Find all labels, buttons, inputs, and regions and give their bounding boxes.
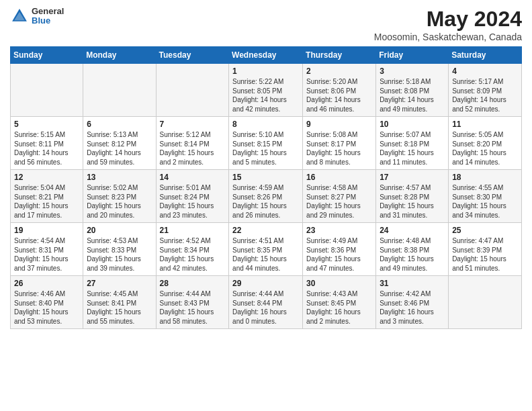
day-number: 21 bbox=[160, 226, 226, 235]
day-number: 4 bbox=[452, 66, 518, 76]
day-number: 25 bbox=[452, 226, 518, 235]
calendar-cell bbox=[156, 64, 229, 117]
logo-blue-text: Blue bbox=[32, 16, 64, 26]
day-number: 18 bbox=[452, 173, 518, 182]
calendar-cell: 13Sunrise: 5:02 AM Sunset: 8:23 PM Dayli… bbox=[83, 170, 156, 223]
calendar-table: Sunday Monday Tuesday Wednesday Thursday… bbox=[10, 46, 522, 329]
day-number: 31 bbox=[380, 279, 445, 288]
logo-icon bbox=[10, 7, 29, 26]
calendar-cell: 20Sunrise: 4:53 AM Sunset: 8:33 PM Dayli… bbox=[83, 223, 156, 276]
day-number: 2 bbox=[306, 66, 372, 76]
day-info: Sunrise: 4:53 AM Sunset: 8:33 PM Dayligh… bbox=[87, 236, 152, 273]
col-wednesday: Wednesday bbox=[229, 47, 303, 64]
day-number: 22 bbox=[232, 226, 299, 235]
day-number: 17 bbox=[380, 173, 445, 182]
subtitle: Moosomin, Saskatchewan, Canada bbox=[374, 32, 522, 42]
calendar-cell: 22Sunrise: 4:51 AM Sunset: 8:35 PM Dayli… bbox=[229, 223, 303, 276]
day-info: Sunrise: 4:52 AM Sunset: 8:34 PM Dayligh… bbox=[160, 236, 226, 273]
calendar-cell: 28Sunrise: 4:44 AM Sunset: 8:43 PM Dayli… bbox=[156, 276, 229, 329]
day-number: 15 bbox=[232, 173, 299, 182]
day-number: 7 bbox=[160, 120, 226, 129]
calendar-cell: 8Sunrise: 5:10 AM Sunset: 8:15 PM Daylig… bbox=[229, 117, 303, 170]
calendar-cell: 30Sunrise: 4:43 AM Sunset: 8:45 PM Dayli… bbox=[303, 276, 376, 329]
calendar-week-row-0: 1Sunrise: 5:22 AM Sunset: 8:05 PM Daylig… bbox=[11, 64, 522, 117]
day-info: Sunrise: 4:44 AM Sunset: 8:43 PM Dayligh… bbox=[160, 289, 226, 326]
day-info: Sunrise: 5:22 AM Sunset: 8:05 PM Dayligh… bbox=[232, 77, 299, 113]
calendar-cell: 6Sunrise: 5:13 AM Sunset: 8:12 PM Daylig… bbox=[83, 117, 156, 170]
col-monday: Monday bbox=[83, 47, 156, 64]
page: General Blue May 2024 Moosomin, Saskatch… bbox=[0, 0, 532, 411]
day-info: Sunrise: 4:42 AM Sunset: 8:46 PM Dayligh… bbox=[380, 289, 445, 326]
calendar-cell bbox=[83, 64, 156, 117]
day-info: Sunrise: 4:46 AM Sunset: 8:40 PM Dayligh… bbox=[14, 289, 79, 326]
calendar-cell: 26Sunrise: 4:46 AM Sunset: 8:40 PM Dayli… bbox=[11, 276, 83, 329]
calendar-cell: 31Sunrise: 4:42 AM Sunset: 8:46 PM Dayli… bbox=[376, 276, 449, 329]
day-number: 14 bbox=[160, 173, 226, 182]
day-info: Sunrise: 5:02 AM Sunset: 8:23 PM Dayligh… bbox=[87, 183, 152, 220]
day-info: Sunrise: 4:43 AM Sunset: 8:45 PM Dayligh… bbox=[306, 289, 372, 326]
calendar-cell: 18Sunrise: 4:55 AM Sunset: 8:30 PM Dayli… bbox=[449, 170, 522, 223]
calendar-cell: 9Sunrise: 5:08 AM Sunset: 8:17 PM Daylig… bbox=[303, 117, 376, 170]
day-number: 3 bbox=[380, 66, 445, 76]
day-info: Sunrise: 5:07 AM Sunset: 8:18 PM Dayligh… bbox=[380, 130, 445, 167]
day-info: Sunrise: 5:05 AM Sunset: 8:20 PM Dayligh… bbox=[452, 130, 518, 167]
day-info: Sunrise: 5:13 AM Sunset: 8:12 PM Dayligh… bbox=[87, 130, 152, 167]
calendar-week-row-2: 12Sunrise: 5:04 AM Sunset: 8:21 PM Dayli… bbox=[11, 170, 522, 223]
day-info: Sunrise: 5:18 AM Sunset: 8:08 PM Dayligh… bbox=[380, 77, 445, 113]
day-number: 29 bbox=[232, 279, 299, 288]
day-info: Sunrise: 5:10 AM Sunset: 8:15 PM Dayligh… bbox=[232, 130, 299, 167]
calendar-cell: 16Sunrise: 4:58 AM Sunset: 8:27 PM Dayli… bbox=[303, 170, 376, 223]
day-info: Sunrise: 4:45 AM Sunset: 8:41 PM Dayligh… bbox=[87, 289, 152, 326]
calendar-cell bbox=[449, 276, 522, 329]
calendar-week-row-3: 19Sunrise: 4:54 AM Sunset: 8:31 PM Dayli… bbox=[11, 223, 522, 276]
day-number: 8 bbox=[232, 120, 299, 129]
calendar-header-row: Sunday Monday Tuesday Wednesday Thursday… bbox=[11, 47, 522, 64]
day-info: Sunrise: 4:44 AM Sunset: 8:44 PM Dayligh… bbox=[232, 289, 299, 326]
calendar-cell: 1Sunrise: 5:22 AM Sunset: 8:05 PM Daylig… bbox=[229, 64, 303, 117]
day-info: Sunrise: 5:20 AM Sunset: 8:06 PM Dayligh… bbox=[306, 77, 372, 113]
logo-text: General Blue bbox=[32, 7, 64, 26]
day-number: 12 bbox=[14, 173, 79, 182]
col-thursday: Thursday bbox=[303, 47, 376, 64]
day-number: 26 bbox=[14, 279, 79, 288]
day-info: Sunrise: 5:04 AM Sunset: 8:21 PM Dayligh… bbox=[14, 183, 79, 220]
day-info: Sunrise: 4:47 AM Sunset: 8:39 PM Dayligh… bbox=[452, 236, 518, 273]
calendar-cell: 24Sunrise: 4:48 AM Sunset: 8:38 PM Dayli… bbox=[376, 223, 449, 276]
calendar-cell: 14Sunrise: 5:01 AM Sunset: 8:24 PM Dayli… bbox=[156, 170, 229, 223]
day-number: 9 bbox=[306, 120, 372, 129]
day-info: Sunrise: 5:01 AM Sunset: 8:24 PM Dayligh… bbox=[160, 183, 226, 220]
calendar-cell: 7Sunrise: 5:12 AM Sunset: 8:14 PM Daylig… bbox=[156, 117, 229, 170]
calendar-cell: 27Sunrise: 4:45 AM Sunset: 8:41 PM Dayli… bbox=[83, 276, 156, 329]
day-number: 28 bbox=[160, 279, 226, 288]
day-info: Sunrise: 4:49 AM Sunset: 8:36 PM Dayligh… bbox=[306, 236, 372, 273]
header: General Blue May 2024 Moosomin, Saskatch… bbox=[10, 7, 522, 42]
calendar-cell: 12Sunrise: 5:04 AM Sunset: 8:21 PM Dayli… bbox=[11, 170, 83, 223]
day-info: Sunrise: 5:12 AM Sunset: 8:14 PM Dayligh… bbox=[160, 130, 226, 167]
day-info: Sunrise: 4:58 AM Sunset: 8:27 PM Dayligh… bbox=[306, 183, 372, 220]
col-tuesday: Tuesday bbox=[156, 47, 229, 64]
day-info: Sunrise: 5:08 AM Sunset: 8:17 PM Dayligh… bbox=[306, 130, 372, 167]
calendar-cell: 3Sunrise: 5:18 AM Sunset: 8:08 PM Daylig… bbox=[376, 64, 449, 117]
main-title: May 2024 bbox=[374, 7, 522, 32]
day-number: 19 bbox=[14, 226, 79, 235]
calendar-cell: 15Sunrise: 4:59 AM Sunset: 8:26 PM Dayli… bbox=[229, 170, 303, 223]
calendar-cell: 11Sunrise: 5:05 AM Sunset: 8:20 PM Dayli… bbox=[449, 117, 522, 170]
col-friday: Friday bbox=[376, 47, 449, 64]
calendar-cell bbox=[11, 64, 83, 117]
calendar-cell: 29Sunrise: 4:44 AM Sunset: 8:44 PM Dayli… bbox=[229, 276, 303, 329]
day-number: 16 bbox=[306, 173, 372, 182]
calendar-cell: 19Sunrise: 4:54 AM Sunset: 8:31 PM Dayli… bbox=[11, 223, 83, 276]
day-info: Sunrise: 5:15 AM Sunset: 8:11 PM Dayligh… bbox=[14, 130, 79, 167]
day-info: Sunrise: 4:48 AM Sunset: 8:38 PM Dayligh… bbox=[380, 236, 445, 273]
day-number: 6 bbox=[87, 120, 152, 129]
day-info: Sunrise: 4:59 AM Sunset: 8:26 PM Dayligh… bbox=[232, 183, 299, 220]
calendar-cell: 17Sunrise: 4:57 AM Sunset: 8:28 PM Dayli… bbox=[376, 170, 449, 223]
calendar-week-row-1: 5Sunrise: 5:15 AM Sunset: 8:11 PM Daylig… bbox=[11, 117, 522, 170]
day-number: 23 bbox=[306, 226, 372, 235]
day-number: 5 bbox=[14, 120, 79, 129]
day-number: 27 bbox=[87, 279, 152, 288]
day-number: 10 bbox=[380, 120, 445, 129]
title-block: May 2024 Moosomin, Saskatchewan, Canada bbox=[374, 7, 522, 42]
day-info: Sunrise: 4:54 AM Sunset: 8:31 PM Dayligh… bbox=[14, 236, 79, 273]
calendar-cell: 4Sunrise: 5:17 AM Sunset: 8:09 PM Daylig… bbox=[449, 64, 522, 117]
